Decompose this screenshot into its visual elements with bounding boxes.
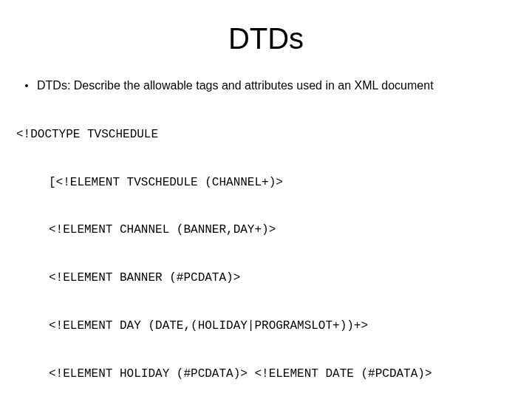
code-line: [<!ELEMENT TVSCHEDULE (CHANNEL+)> — [16, 175, 516, 191]
code-line: <!ELEMENT HOLIDAY (#PCDATA)> <!ELEMENT D… — [16, 366, 516, 383]
code-line: <!DOCTYPE TVSCHEDULE — [16, 127, 516, 143]
dtd-code-block: <!DOCTYPE TVSCHEDULE [<!ELEMENT TVSCHEDU… — [16, 95, 516, 399]
bullet-item-1: • DTDs: Describe the allowable tags and … — [16, 78, 516, 94]
bullet-text: DTDs: Describe the allowable tags and at… — [37, 78, 434, 94]
code-line: <!ELEMENT DAY (DATE,(HOLIDAY|PROGRAMSLOT… — [16, 318, 516, 335]
slide: DTDs • DTDs: Describe the allowable tags… — [0, 0, 532, 399]
code-line: <!ELEMENT BANNER (#PCDATA)> — [16, 270, 516, 287]
code-line: <!ELEMENT CHANNEL (BANNER,DAY+)> — [16, 222, 516, 239]
bullet-dot-icon: • — [16, 78, 37, 93]
slide-title: DTDs — [16, 22, 516, 55]
